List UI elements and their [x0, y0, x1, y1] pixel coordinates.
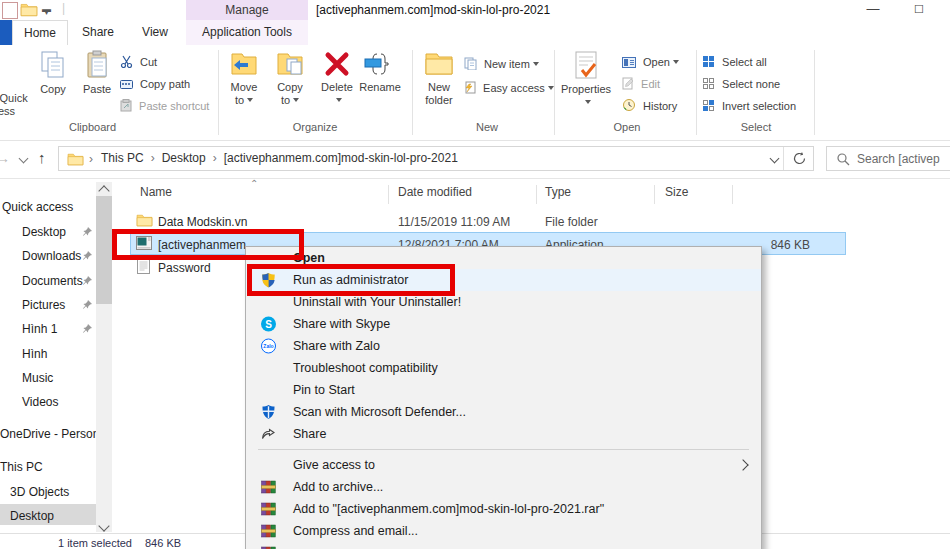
dropdown-arrow-icon — [336, 98, 342, 102]
sidebar-item-desktop[interactable]: Desktop — [22, 225, 66, 239]
context-menu-item-share-skype[interactable]: S Share with Skype — [246, 313, 761, 335]
paste-shortcut-button[interactable]: Paste shortcut — [120, 97, 209, 116]
dropdown-arrow-icon — [293, 98, 299, 102]
sidebar-item-onedrive[interactable]: OneDrive - Person — [0, 427, 99, 441]
move-to-button[interactable]: Move to — [222, 50, 266, 107]
manage-ribbon-context-label: Manage — [186, 0, 308, 20]
sidebar-item-quick-access[interactable]: Quick access — [2, 200, 73, 214]
easy-access-icon — [464, 81, 476, 94]
column-header-name[interactable]: Name — [140, 185, 172, 199]
sidebar-item-3d-objects[interactable]: 3D Objects — [10, 485, 69, 499]
window-title: [activephanmem.com]mod-skin-lol-pro-2021 — [316, 3, 550, 17]
minimize-button[interactable]: — — [862, 0, 884, 18]
easy-access-button[interactable]: Easy access — [464, 79, 554, 98]
new-folder-button[interactable]: New folder — [416, 50, 462, 107]
context-menu-item-give-access[interactable]: Give access to — [246, 454, 761, 476]
column-separator[interactable] — [536, 185, 537, 204]
sidebar-scrollbar[interactable] — [96, 182, 112, 532]
svg-text:Zalo: Zalo — [263, 343, 273, 349]
organize-group-label: Organize — [250, 121, 380, 133]
select-none-button[interactable]: Select none — [702, 75, 780, 94]
invert-selection-button[interactable]: Invert selection — [702, 97, 796, 116]
column-header-date[interactable]: Date modified — [398, 185, 472, 199]
sidebar-item-hinh[interactable]: Hình — [22, 347, 47, 361]
breadcrumb-desktop[interactable]: Desktop — [162, 147, 206, 170]
sidebar-item-this-pc[interactable]: This PC — [0, 460, 43, 474]
file-date: 11/15/2019 11:09 AM — [398, 215, 510, 229]
breadcrumb-this-pc[interactable]: This PC — [101, 147, 144, 170]
scrollbar-thumb[interactable] — [96, 196, 112, 304]
refresh-icon[interactable] — [792, 151, 807, 166]
cut-button[interactable]: Cut — [120, 53, 157, 72]
search-icon — [836, 152, 850, 166]
tab-home[interactable]: Home — [12, 20, 68, 45]
maximize-button[interactable]: ☐ — [908, 0, 930, 18]
column-separator[interactable] — [654, 185, 655, 204]
sidebar-item-documents[interactable]: Documents — [22, 274, 83, 288]
pin-icon — [82, 226, 93, 237]
winrar-icon — [260, 545, 277, 549]
properties-button[interactable]: Properties — [558, 50, 614, 109]
sort-ascending-icon: ⌃ — [250, 178, 258, 189]
file-type: File folder — [545, 215, 598, 229]
context-menu-item-scan-defender[interactable]: Scan with Microsoft Defender... — [246, 401, 761, 423]
context-menu-item-add-to-named-rar[interactable]: Add to "[activephanmem.com]mod-skin-lol-… — [246, 498, 761, 520]
context-menu-item-compress-and-email[interactable]: Compress and email... — [246, 520, 761, 542]
delete-button[interactable]: Delete — [316, 50, 358, 107]
tab-view[interactable]: View — [128, 20, 182, 45]
sidebar-item-videos[interactable]: Videos — [22, 395, 58, 409]
recent-locations-dropdown-icon[interactable] — [19, 154, 29, 164]
dropdown-arrow-icon — [585, 100, 591, 104]
paste-shortcut-icon — [120, 99, 132, 112]
sidebar-item-pictures[interactable]: Pictures — [22, 298, 65, 312]
scroll-down-icon[interactable] — [98, 520, 109, 531]
open-button[interactable]: Open — [622, 53, 679, 72]
context-menu-item-add-to-archive[interactable]: Add to archive... — [246, 476, 761, 498]
qat-folder-icon[interactable] — [20, 2, 38, 17]
sidebar-item-downloads[interactable]: Downloads — [22, 249, 81, 263]
tab-file[interactable] — [0, 20, 12, 45]
column-separator[interactable] — [732, 185, 733, 204]
scroll-up-icon[interactable] — [98, 185, 109, 196]
pin-icon — [82, 275, 93, 286]
context-menu-item-share[interactable]: Share — [246, 423, 761, 445]
select-all-button[interactable]: Select all — [702, 53, 767, 72]
sidebar-item-desktop-thispc[interactable]: Desktop — [10, 509, 54, 523]
annotation-box-selected-file — [112, 229, 304, 260]
ribbon: Pin to Quick access Copy Paste Cut Copy … — [0, 45, 950, 141]
qat-customize-icon[interactable]: ▬▾ — [42, 4, 51, 17]
history-button[interactable]: History — [622, 97, 677, 116]
address-dropdown-icon[interactable] — [770, 154, 780, 164]
search-placeholder: Search [activep — [857, 152, 940, 166]
context-menu-item-share-zalo[interactable]: Zalo Share with Zalo — [246, 335, 761, 357]
column-header-size[interactable]: Size — [665, 185, 688, 199]
paste-button[interactable]: Paste — [76, 50, 118, 96]
sidebar-item-hinh-1[interactable]: Hình 1 — [22, 322, 57, 336]
up-button[interactable]: ↑ — [38, 149, 46, 166]
dropdown-arrow-icon — [247, 98, 253, 102]
winrar-icon — [260, 501, 277, 517]
column-separator[interactable] — [388, 185, 389, 204]
history-icon — [622, 98, 636, 112]
edit-button[interactable]: Edit — [622, 75, 660, 94]
breadcrumb-current-folder[interactable]: [activephanmem.com]mod-skin-lol-pro-2021 — [224, 147, 458, 170]
copy-path-icon — [120, 79, 133, 90]
forward-button[interactable]: → — [0, 150, 10, 166]
column-header-type[interactable]: Type — [545, 185, 571, 199]
tab-share[interactable]: Share — [70, 20, 126, 45]
qat-properties-icon[interactable] — [2, 2, 18, 19]
sidebar-item-music[interactable]: Music — [22, 371, 53, 385]
rename-button[interactable]: Rename — [356, 50, 404, 94]
tab-application-tools[interactable]: Application Tools — [186, 20, 308, 45]
search-box[interactable]: Search [activep — [826, 146, 950, 171]
dropdown-arrow-icon — [533, 62, 539, 66]
copy-to-button[interactable]: Copy to — [268, 50, 312, 107]
address-bar[interactable]: › This PC›Desktop›[activephanmem.com]mod… — [58, 146, 814, 171]
copy-path-button[interactable]: Copy path — [120, 75, 190, 94]
copy-button[interactable]: Copy — [32, 50, 74, 96]
open-icon — [622, 57, 636, 68]
context-menu-item-troubleshoot[interactable]: Troubleshoot compatibility — [246, 357, 761, 379]
context-menu-item-partial[interactable] — [246, 542, 761, 549]
new-item-button[interactable]: New item — [464, 55, 539, 74]
context-menu-item-pin-to-start[interactable]: Pin to Start — [246, 379, 761, 401]
